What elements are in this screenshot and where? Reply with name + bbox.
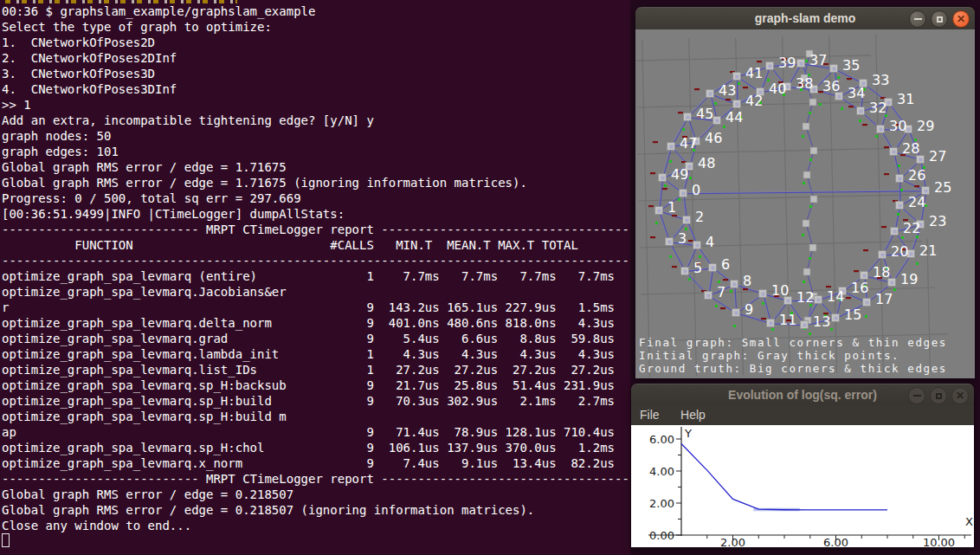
- error-plot-window: Evolution of log(sq. error) ✕ File Help …: [631, 384, 974, 547]
- svg-text:3: 3: [678, 230, 687, 247]
- terminal-line: optimize_graph_spa_levmarq.sp_H:build m: [2, 409, 630, 424]
- svg-text:27: 27: [929, 148, 946, 165]
- svg-text:26: 26: [908, 167, 925, 184]
- graph-minimize-button[interactable]: [909, 10, 926, 28]
- svg-text:38: 38: [796, 75, 813, 92]
- svg-text:4.00: 4.00: [649, 465, 674, 478]
- svg-text:6.00: 6.00: [823, 536, 848, 547]
- svg-text:47: 47: [680, 135, 697, 152]
- terminal-line: r 9 143.2us 165.1us 227.9us 1.5ms: [2, 300, 630, 315]
- svg-text:24: 24: [908, 194, 925, 210]
- close-icon: ✕: [956, 390, 964, 401]
- svg-text:0: 0: [692, 182, 700, 198]
- plot-titlebar[interactable]: Evolution of log(sq. error) ✕: [631, 384, 974, 406]
- terminal-line: optimize_graph_spa_levmarq.sp_H:backsub …: [2, 378, 630, 393]
- close-icon: ✕: [957, 14, 965, 24]
- svg-text:40: 40: [769, 81, 786, 97]
- terminal-line: Progress: 0 / 500, total sq err = 297.66…: [2, 190, 630, 206]
- svg-text:46: 46: [705, 130, 722, 146]
- svg-text:18: 18: [873, 264, 890, 281]
- terminal-line: ap 9 71.4us 78.9us 128.1us 710.4us: [2, 424, 630, 440]
- svg-text:X: X: [965, 515, 973, 528]
- graph-titlebar[interactable]: graph-slam demo ✕: [635, 7, 975, 29]
- graph-canvas[interactable]: 0123456789101112131415161718192021222324…: [635, 29, 975, 378]
- svg-text:20: 20: [891, 243, 908, 260]
- svg-text:48: 48: [698, 155, 715, 171]
- svg-text:19: 19: [900, 271, 918, 287]
- terminal-line: Global graph RMS error / edge = 0.218507: [2, 487, 630, 502]
- terminal-line: Global graph RMS error / edge = 1.71675: [2, 159, 630, 175]
- legend-line-initial: Initial graph: Gray thick points.: [639, 349, 947, 362]
- terminal-line: --------------------------- MRPT CTimeLo…: [2, 471, 630, 487]
- terminal-line: graph edges: 101: [2, 144, 630, 159]
- plot-close-button[interactable]: ✕: [951, 387, 969, 404]
- terminal-line: 00:36 $ graphslam_example/graphslam_exam…: [2, 3, 630, 19]
- svg-text:30: 30: [889, 118, 906, 134]
- terminal-line: optimize_graph_spa_levmarq.Jacobians&er: [2, 284, 630, 300]
- terminal-line: Add an extra, incompatible tightening ed…: [2, 113, 630, 128]
- minimize-icon: [913, 395, 921, 397]
- svg-text:13: 13: [813, 313, 830, 330]
- terminal-line: optimize_graph_spa_levmarq.sp_H:chol 9 1…: [2, 440, 630, 455]
- terminal-line: Close any window to end...: [2, 518, 630, 533]
- terminal-line: Global graph RMS error / edge = 1.71675 …: [2, 175, 630, 190]
- svg-text:44: 44: [725, 109, 743, 126]
- terminal-line: optimize_graph_spa_levmarq.sp_H:build 9 …: [2, 393, 630, 409]
- terminal-output: 00:36 $ graphslam_example/graphslam_exam…: [2, 3, 630, 533]
- svg-text:28: 28: [902, 140, 919, 157]
- svg-text:4: 4: [706, 234, 714, 250]
- terminal-line: FUNCTION #CALLS MIN.T MEAN.T MAX.T TOTAL: [2, 237, 630, 253]
- svg-text:25: 25: [934, 179, 951, 196]
- svg-text:2: 2: [695, 209, 704, 225]
- svg-text:14: 14: [827, 288, 844, 305]
- terminal-line: 2. CNetworkOfPoses2DInf: [2, 50, 630, 66]
- terminal-line: graph nodes: 50: [2, 128, 630, 144]
- terminal-line: 3. CNetworkOfPoses3D: [2, 66, 630, 81]
- svg-text:42: 42: [745, 93, 763, 109]
- svg-text:10.00: 10.00: [923, 536, 955, 547]
- svg-text:7: 7: [717, 284, 725, 300]
- terminal-window[interactable]: 00:36 $ graphslam_example/graphslam_exam…: [0, 0, 630, 555]
- menu-item-file[interactable]: File: [631, 405, 668, 422]
- svg-text:Y: Y: [684, 427, 692, 440]
- svg-text:6.00: 6.00: [649, 433, 674, 446]
- terminal-line: 4. CNetworkOfPoses3DInf: [2, 81, 630, 97]
- svg-text:12: 12: [796, 289, 814, 306]
- terminal-line: optimize_graph_spa_levmarq.list_IDs 1 27…: [2, 362, 630, 378]
- svg-text:16: 16: [851, 280, 868, 296]
- svg-text:35: 35: [842, 57, 860, 74]
- svg-text:21: 21: [919, 242, 937, 259]
- plot-minimize-button[interactable]: [908, 387, 925, 404]
- terminal-line: optimize_graph_spa_levmarq.x_norm 9 7.4u…: [2, 455, 630, 471]
- terminal-cursor: [2, 533, 10, 547]
- menu-item-help[interactable]: Help: [672, 405, 714, 422]
- svg-text:22: 22: [903, 220, 920, 236]
- svg-text:2.00: 2.00: [720, 536, 745, 547]
- svg-text:34: 34: [848, 85, 865, 101]
- svg-text:37: 37: [809, 52, 827, 68]
- maximize-icon: [937, 16, 943, 23]
- minimize-icon: [914, 18, 922, 20]
- terminal-line: ----------------------------------------…: [2, 253, 630, 268]
- svg-text:32: 32: [869, 100, 887, 116]
- terminal-line: >> 1: [2, 97, 630, 113]
- graph-maximize-button[interactable]: [931, 10, 948, 28]
- terminal-line: Global graph RMS error / edge = 0.218507…: [2, 502, 630, 518]
- svg-text:10: 10: [771, 282, 789, 299]
- maximize-icon: [936, 393, 942, 399]
- plot-maximize-button[interactable]: [930, 387, 947, 404]
- svg-text:5: 5: [693, 260, 702, 276]
- svg-text:43: 43: [719, 82, 736, 99]
- svg-text:31: 31: [897, 91, 914, 107]
- svg-text:15: 15: [844, 307, 861, 323]
- terminal-line: Select the type of graph to optimize:: [2, 19, 630, 35]
- menubar: File Help: [631, 405, 974, 425]
- svg-text:23: 23: [929, 213, 946, 229]
- graph-close-button[interactable]: ✕: [952, 10, 970, 28]
- terminal-line: optimize_graph_spa_levmarq.delta_norm 9 …: [2, 315, 630, 331]
- svg-text:9: 9: [745, 301, 753, 318]
- plot-canvas[interactable]: 0.002.004.006.002.006.0010.00YX: [631, 425, 974, 547]
- svg-text:45: 45: [696, 106, 713, 122]
- terminal-line: 1. CNetworkOfPoses2D: [2, 35, 630, 50]
- svg-text:8: 8: [743, 273, 751, 289]
